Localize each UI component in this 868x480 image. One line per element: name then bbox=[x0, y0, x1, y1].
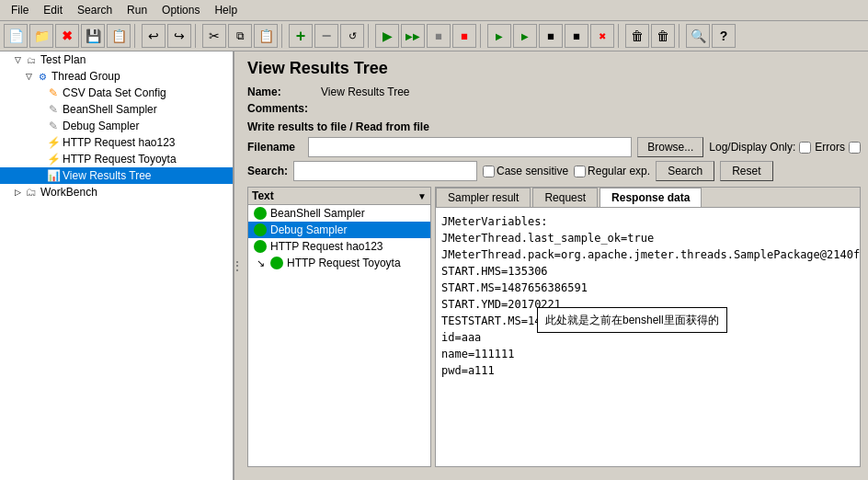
filename-label: Filename bbox=[247, 141, 303, 154]
detail-line-2: JMeterThread.pack=org.apache.jmeter.thre… bbox=[441, 246, 854, 263]
successes-checkbox[interactable] bbox=[849, 142, 861, 154]
result-beanshell[interactable]: BeanShell Sampler bbox=[248, 205, 430, 222]
remote-start-all-button[interactable]: ▶ bbox=[513, 24, 537, 48]
remote-stop-all-button[interactable]: ⏹ bbox=[565, 24, 588, 48]
tree-node-http-toyoyta[interactable]: ⚡ HTTP Request Toyoyta bbox=[0, 151, 233, 167]
case-sensitive-label: Case sensitive bbox=[497, 165, 568, 177]
menu-search[interactable]: Search bbox=[70, 2, 120, 18]
tree-node-http-hao123[interactable]: ⚡ HTTP Request hao123 bbox=[0, 134, 233, 151]
errors-checkbox[interactable] bbox=[799, 142, 811, 154]
browse-button[interactable]: Browse... bbox=[637, 137, 703, 157]
debug-label: Debug Sampler bbox=[63, 120, 139, 132]
result-icon-toyoyta bbox=[270, 257, 283, 269]
menu-options[interactable]: Options bbox=[154, 2, 207, 18]
left-panel: ▽ 🗂 Test Plan ▽ ⚙ Thread Group ✎ CSV Dat… bbox=[0, 51, 234, 480]
result-debug[interactable]: Debug Sampler bbox=[248, 222, 430, 238]
result-label-debug: Debug Sampler bbox=[270, 223, 347, 236]
stop-now-button[interactable]: ⏹ bbox=[452, 24, 476, 48]
tab-request[interactable]: Request bbox=[532, 188, 598, 207]
beanshell-label: BeanShell Sampler bbox=[63, 103, 157, 116]
redo-button[interactable]: ↪ bbox=[167, 24, 191, 48]
open-button[interactable]: 📁 bbox=[29, 24, 53, 48]
add-button[interactable]: + bbox=[289, 24, 313, 48]
separator6 bbox=[618, 24, 622, 48]
stop-button[interactable]: ⏹ bbox=[427, 24, 451, 48]
search-input[interactable] bbox=[293, 161, 477, 181]
close-button[interactable]: ✖ bbox=[55, 24, 79, 48]
tree-node-workbench[interactable]: ▷ 🗂 WorkBench bbox=[0, 184, 233, 200]
dropdown-arrow[interactable]: ▼ bbox=[417, 191, 427, 201]
http-toyoyta-label: HTTP Request Toyoyta bbox=[63, 153, 177, 166]
regular-exp-option: Regular exp. bbox=[574, 165, 650, 177]
results-list: Text ▼ BeanShell Sampler Debug Sampler bbox=[247, 187, 431, 467]
regular-exp-checkbox[interactable] bbox=[574, 166, 586, 177]
http-toyoyta-icon: ⚡ bbox=[46, 152, 61, 166]
case-sensitive-option: Case sensitive bbox=[483, 165, 568, 177]
case-sensitive-checkbox[interactable] bbox=[483, 166, 495, 177]
paste-button[interactable]: 📋 bbox=[254, 24, 278, 48]
expand-workbench[interactable]: ▷ bbox=[11, 186, 24, 199]
search-label: Search: bbox=[247, 165, 288, 177]
separator5 bbox=[480, 24, 484, 48]
save-button[interactable]: 💾 bbox=[81, 24, 105, 48]
play-no-pause-button[interactable]: ▶▶ bbox=[401, 24, 425, 48]
http-hao123-label: HTTP Request hao123 bbox=[63, 136, 176, 149]
result-http-toyoyta[interactable]: ↘ HTTP Request Toyoyta bbox=[248, 255, 430, 271]
remote-exit-button[interactable]: ✖ bbox=[590, 24, 614, 48]
tree-node-beanshell[interactable]: ✎ BeanShell Sampler bbox=[0, 101, 233, 118]
cut-button[interactable]: ✂ bbox=[202, 24, 226, 48]
tree-node-view-results[interactable]: 📊 View Results Tree bbox=[0, 167, 233, 184]
detail-content: JMeterVariables: JMeterThread.last_sampl… bbox=[436, 208, 860, 466]
remove-button[interactable]: − bbox=[314, 24, 338, 48]
menu-file[interactable]: File bbox=[4, 2, 36, 18]
menu-edit[interactable]: Edit bbox=[36, 2, 70, 18]
menu-help[interactable]: Help bbox=[207, 2, 245, 18]
search-toolbar-button[interactable]: 🔍 bbox=[686, 24, 710, 48]
tree-node-csv[interactable]: ✎ CSV Data Set Config bbox=[0, 85, 233, 101]
clear-all-button[interactable]: 🗑 bbox=[651, 24, 675, 48]
main-layout: ▽ 🗂 Test Plan ▽ ⚙ Thread Group ✎ CSV Dat… bbox=[0, 51, 868, 480]
tree-node-thread-group[interactable]: ▽ ⚙ Thread Group bbox=[0, 68, 233, 85]
write-results-header: Write results to file / Read from file bbox=[247, 120, 861, 133]
copy-button[interactable]: ⧉ bbox=[228, 24, 252, 48]
expand-csv bbox=[33, 86, 46, 99]
detail-line-0: JMeterVariables: bbox=[441, 213, 854, 230]
menu-run[interactable]: Run bbox=[120, 2, 154, 18]
csv-label: CSV Data Set Config bbox=[63, 86, 166, 99]
search-button[interactable]: Search bbox=[656, 161, 714, 181]
reset-button[interactable]: ↺ bbox=[340, 24, 364, 48]
view-results-label: View Results Tree bbox=[63, 169, 152, 182]
new-button[interactable]: 📄 bbox=[4, 24, 28, 48]
result-http-hao123[interactable]: HTTP Request hao123 bbox=[248, 238, 430, 255]
result-icon-beanshell bbox=[254, 207, 267, 220]
separator2 bbox=[195, 24, 199, 48]
save-as-button[interactable]: 📋 bbox=[107, 24, 131, 48]
remote-stop-button[interactable]: ⏹ bbox=[539, 24, 563, 48]
filename-input[interactable] bbox=[308, 137, 632, 157]
result-label-beanshell: BeanShell Sampler bbox=[270, 207, 365, 220]
detail-line-4: START.MS=1487656386591 bbox=[441, 280, 854, 296]
remote-start-button[interactable]: ▶ bbox=[487, 24, 511, 48]
expand-thread-group[interactable]: ▽ bbox=[22, 70, 35, 83]
result-label-toyoyta: HTTP Request Toyoyta bbox=[287, 257, 401, 269]
tree-node-debug[interactable]: ✎ Debug Sampler bbox=[0, 118, 233, 134]
help-button[interactable]: ? bbox=[712, 24, 736, 48]
clear-button[interactable]: 🗑 bbox=[625, 24, 649, 48]
log-display: Log/Display Only: Errors bbox=[709, 141, 861, 154]
separator7 bbox=[679, 24, 682, 48]
detail-panel: Sampler result Request Response data JMe… bbox=[435, 187, 861, 467]
arrow-icon-toyoyta: ↘ bbox=[254, 257, 267, 269]
separator3 bbox=[281, 24, 285, 48]
tree-node-test-plan[interactable]: ▽ 🗂 Test Plan bbox=[0, 51, 233, 68]
undo-button[interactable]: ↩ bbox=[142, 24, 166, 48]
reset-search-button[interactable]: Reset bbox=[720, 161, 772, 181]
thread-group-label: Thread Group bbox=[51, 70, 120, 83]
detail-line-8: name=111111 bbox=[441, 346, 854, 362]
thread-group-icon: ⚙ bbox=[35, 69, 50, 84]
name-value: View Results Tree bbox=[321, 86, 410, 98]
annotation-box: 此处就是之前在benshell里面获得的 bbox=[537, 307, 727, 333]
play-button[interactable]: ▶ bbox=[375, 24, 399, 48]
tab-sampler-result[interactable]: Sampler result bbox=[436, 188, 531, 207]
tab-response-data[interactable]: Response data bbox=[600, 188, 702, 207]
expand-test-plan[interactable]: ▽ bbox=[11, 53, 24, 66]
